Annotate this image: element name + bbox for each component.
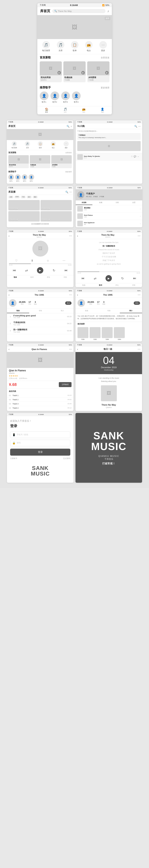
sm-tab-song-1[interactable]: 歌曲 — [7, 276, 24, 278]
login-password-field[interactable]: 🔒 密码 — [10, 440, 70, 446]
live-card-4[interactable]: EDM推荐直播 — [40, 211, 72, 221]
tag-more[interactable]: 更多 — [33, 196, 38, 198]
live-card-1[interactable]: EDM推荐直播 — [8, 200, 40, 210]
tag-all[interactable]: 全部 — [8, 196, 13, 198]
bottom-nav-profile[interactable]: 👤 我的 — [93, 107, 112, 114]
quick-nav-daily[interactable]: 🎵 每日推荐 — [42, 41, 50, 52]
play-btn-3[interactable]: ▶ — [105, 71, 109, 74]
bottom-nav-music[interactable]: 🎵 乐库 — [56, 107, 75, 114]
sm-tab-detail-2[interactable]: 详情 — [125, 284, 142, 286]
artist-tab-about-2[interactable]: 简介 — [120, 309, 142, 313]
sm-repeat-btn-2[interactable]: ↻ — [121, 277, 124, 280]
singer-4[interactable]: 👤 歌手4 — [72, 91, 81, 103]
artist-more-2[interactable]: ⋯ — [138, 293, 141, 297]
bottom-nav-radio[interactable]: 📻 电台 — [75, 107, 93, 114]
sm-search-icon-1[interactable]: 🔍 — [67, 125, 70, 128]
singer-3[interactable]: 👤 歌手3 — [61, 91, 70, 103]
sm-tab-visitor[interactable]: 访客 — [109, 200, 126, 205]
rec-item-3[interactable]: 专辑3 — [102, 327, 113, 340]
artist-song-item-1[interactable]: 1 if everything goes good The 1995 03:15 — [7, 313, 74, 320]
follow-btn-1[interactable]: 关注 — [65, 302, 72, 305]
sm-prev-btn-2[interactable]: ⏮ — [81, 277, 84, 280]
tag-pop[interactable]: 流行 — [27, 196, 32, 198]
action-more[interactable]: ⋯ — [63, 259, 65, 262]
song-card-3[interactable]: 🖼 ▶ 乡间爱情 千库网 — [87, 61, 109, 82]
sm-comment-icon[interactable]: 💬 — [134, 155, 136, 158]
sm-share-icon[interactable]: → — [137, 155, 139, 158]
artist-tab-albums-2[interactable]: 专辑 — [98, 309, 120, 313]
artist-song-item-3[interactable]: 3 找一首翻译歌词 The 1995 03:48 — [7, 327, 74, 334]
tag-qk[interactable]: 千库 — [21, 196, 26, 198]
login-phone-field[interactable]: 📱 手机号 / 邮箱 — [10, 432, 70, 438]
sm-qn-playlist[interactable]: 📋 歌单 — [38, 141, 43, 149]
sm-play-pause-2[interactable]: ▶ — [106, 275, 112, 281]
sm-singer-3[interactable]: 👤 歌手3 — [22, 174, 28, 182]
quick-nav-radio[interactable]: 📻 电台 — [85, 41, 92, 52]
store-track-4[interactable]: 04 Track 4 05:12 — [7, 406, 74, 410]
play-btn-1[interactable]: ▶ — [58, 71, 61, 74]
store-track-3[interactable]: 03 Track 3 03:45 — [7, 402, 74, 406]
rec-item-4[interactable]: 专辑4 — [114, 327, 125, 340]
quick-nav-playlist[interactable]: 📋 歌单 — [71, 41, 78, 52]
sm-song-1[interactable]: 🖼 阳光的男孩 QianKu — [8, 155, 29, 168]
live-card-3[interactable]: EDM推荐直播 — [8, 211, 40, 221]
hero-banner[interactable]: 🖼 推荐 — [37, 15, 112, 39]
register-link[interactable]: 注册账号 — [10, 457, 17, 460]
rec-item-1[interactable]: 专辑1 — [77, 327, 88, 340]
action-download[interactable]: ⬇ — [31, 259, 33, 262]
sm-tab-lyrics-1[interactable]: 歌词 — [24, 276, 40, 278]
follow-btn-2[interactable]: 关注 — [134, 302, 140, 305]
new-songs-more[interactable]: 全部首发 — [101, 56, 109, 59]
sm-tab-favorite[interactable]: 收藏 — [92, 200, 109, 205]
sm-song-2[interactable]: 🖼 性感姑娘 千库网 — [30, 155, 50, 168]
store-buy-btn[interactable]: 立即购买 — [59, 382, 72, 387]
sm-tab-comment-2[interactable]: 评论 — [109, 284, 125, 286]
sm-qn-more[interactable]: ⋯ 更多 — [64, 141, 69, 149]
cal-more-btn[interactable]: ⋯ — [138, 348, 141, 351]
rec-item-2[interactable]: 专辑2 — [89, 327, 101, 340]
player-more-btn-2[interactable]: ⋯ — [138, 234, 141, 238]
forgot-link[interactable]: 忘记密码 — [63, 457, 70, 460]
sm-qn-radio[interactable]: 📻 电台 — [51, 141, 56, 149]
artist-tab-songs-2[interactable]: 歌曲 — [75, 309, 98, 313]
song-card-1[interactable]: 🖼 ▶ 阳光的男孩 QianKu — [40, 61, 62, 82]
sm-singer-4[interactable]: 👤 歌手4 — [29, 174, 34, 182]
sm-playlist-3[interactable]: Kim Applause 8首 › — [76, 220, 142, 227]
sm-tab-lyrics-2[interactable]: 歌词 — [92, 284, 109, 286]
login-btn[interactable]: 登录 — [10, 448, 70, 456]
action-like[interactable]: ♡ — [15, 259, 18, 262]
sm-singer-2[interactable]: 👤 歌手2 — [15, 174, 21, 182]
search-bar[interactable]: 🔍 There No Way — [52, 9, 106, 13]
sm-next-btn-2[interactable]: ⏭ — [133, 277, 136, 280]
tag-edm[interactable]: EDM — [14, 196, 20, 198]
sm-qn-daily[interactable]: 🎵 每日推荐 — [11, 141, 17, 149]
sm-tab-song-2[interactable]: 歌曲 — [75, 284, 92, 286]
store-more-btn[interactable]: ⋯ — [69, 348, 72, 351]
quick-nav-more[interactable]: ⋯ 更多 — [99, 41, 107, 52]
sm-shuffle-btn-1[interactable]: ⇄ — [25, 269, 28, 272]
artist-tab-albums[interactable]: 专辑 — [29, 309, 51, 313]
singer-1[interactable]: 👤 歌手1 — [40, 91, 48, 103]
sm-live-more[interactable]: ⋯ — [69, 191, 72, 193]
singers-more[interactable]: 更多推荐 — [101, 86, 109, 89]
bottom-nav-home[interactable]: 🏠 首页 — [37, 107, 56, 114]
action-star[interactable]: ☆ — [47, 259, 49, 262]
sm-tab-detail-1[interactable]: 详情 — [57, 276, 74, 278]
sm-qn-library[interactable]: 🎵 乐库 — [25, 141, 30, 149]
sm-new-songs-more[interactable]: 全部首发 — [65, 152, 72, 154]
artist-song-item-2[interactable]: 2 千库相识时间 The 1995 04:22 — [7, 320, 74, 327]
sm-song-3[interactable]: 🖼 乡间爱情 千库网 — [51, 155, 72, 168]
sm-repeat-btn-1[interactable]: ↻ — [53, 269, 55, 272]
music-note-icon[interactable]: ♪ — [108, 9, 109, 13]
sm-vlo-search[interactable]: 🔍 — [134, 125, 137, 128]
sm-live-search[interactable]: 🔍 — [65, 191, 68, 193]
player-more-btn-1[interactable]: ⋯ — [69, 234, 72, 238]
sm-like-icon[interactable]: ♡ — [131, 155, 133, 158]
sm-tab-recent[interactable]: 自选曲 — [76, 200, 92, 205]
sm-music-icon-1[interactable]: ♪ — [71, 125, 72, 128]
sm-playlist-2[interactable]: Rob Pilatus 15首 › — [76, 213, 142, 220]
sm-singer-1[interactable]: 👤 歌手1 — [8, 174, 14, 182]
sm-playlist-1[interactable]: 最近播放 21首 › — [76, 205, 142, 213]
live-card-2[interactable]: EDM推荐直播 — [40, 200, 72, 210]
song-card-2[interactable]: 🖼 ▶ 性感姑娘 千库网 — [63, 61, 86, 82]
